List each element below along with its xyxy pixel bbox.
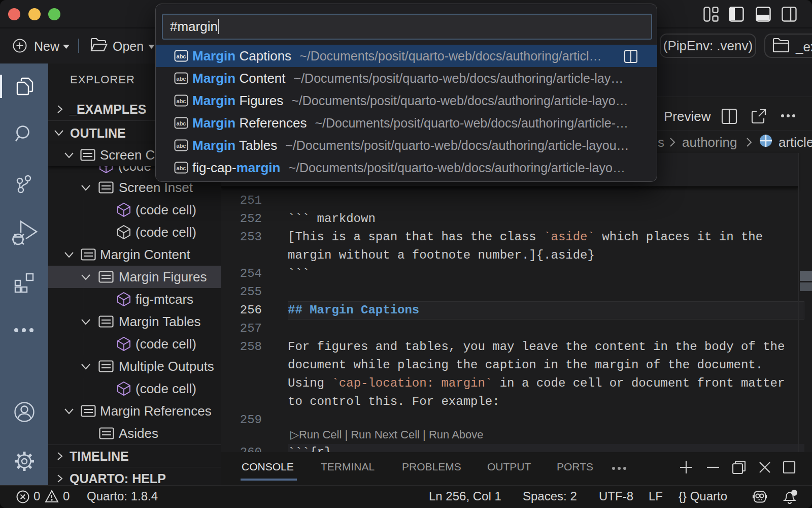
- svg-text:abc: abc: [177, 165, 186, 171]
- svg-text:abc: abc: [177, 120, 186, 126]
- svg-text:abc: abc: [177, 53, 186, 59]
- svg-text:abc: abc: [177, 98, 186, 104]
- svg-text:abc: abc: [177, 143, 186, 149]
- svg-text:abc: abc: [177, 76, 186, 82]
